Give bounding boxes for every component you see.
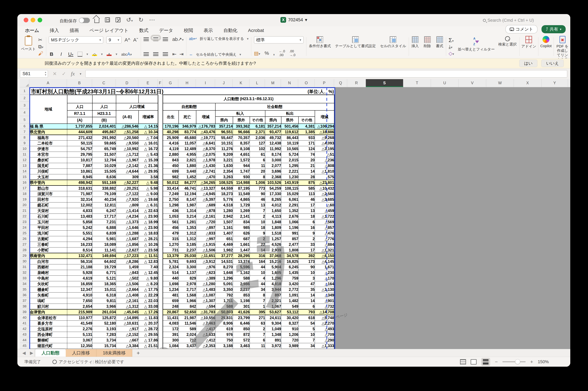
cell-r18-c10[interactable]: 90 xyxy=(250,191,265,197)
cell-r42-c6[interactable]: 589 xyxy=(179,326,196,332)
cell-r28-c12[interactable]: 1,808 xyxy=(281,247,298,253)
sort-filter-button[interactable]: AZ 並べ替えとフィルター xyxy=(458,36,495,51)
cell-r30-c5[interactable]: 5,781 xyxy=(163,259,179,264)
column-header-W[interactable]: W xyxy=(486,79,514,87)
cell-r37-c9[interactable]: 1,198 xyxy=(233,298,250,304)
cell-r12-c9[interactable]: 1,572 xyxy=(233,157,250,163)
cell-region-41[interactable]: 喜多方市 xyxy=(30,321,67,326)
cell-r18-c7[interactable]: △4,945 xyxy=(196,191,215,197)
align-left-button[interactable] xyxy=(144,52,149,53)
cell-r23-c11[interactable]: 1,848 xyxy=(265,219,281,225)
cell-r14-c3[interactable]: △4,644 xyxy=(116,169,139,174)
cell-r21-c13[interactable]: 13 xyxy=(298,208,315,214)
cell-r18-c12[interactable]: 15,029 xyxy=(281,191,298,197)
cell-r26-c1[interactable]: 4,294 xyxy=(67,236,92,242)
cell-r37-c5[interactable]: 659 xyxy=(163,298,179,304)
cell-region-24[interactable]: 平田村 xyxy=(30,225,67,231)
cell-r41-c2[interactable]: 52,180 xyxy=(92,321,116,326)
cell-r12-c4[interactable]: △ 15.39 xyxy=(139,157,158,163)
cell-r17-c5[interactable]: 33,414 xyxy=(163,186,179,191)
cell-r15-c7[interactable]: △470 xyxy=(196,174,215,180)
cell-r12-c6[interactable]: 2,821 xyxy=(179,157,196,163)
delete-cells-button[interactable]: 削除 xyxy=(424,36,431,48)
cell-r43-c1[interactable]: 5,131 xyxy=(67,332,92,338)
cell-r11-c9[interactable]: 4,651 xyxy=(233,152,250,157)
cell-r17-c7[interactable]: △13,327 xyxy=(196,186,215,191)
cell-r12-c3[interactable]: △1,967 xyxy=(116,157,139,163)
cell-r32-c7[interactable]: △623 xyxy=(196,270,215,276)
cell-r9-c14[interactable]: △4,093 xyxy=(315,141,334,146)
cell-r25-c12[interactable]: 991 xyxy=(281,231,298,236)
cell-r35-c11[interactable]: 3,944 xyxy=(265,287,281,293)
row-header-1[interactable]: 1 xyxy=(20,87,29,95)
column-header-O[interactable]: O xyxy=(298,79,314,87)
cell-r42-c3[interactable]: △917 xyxy=(116,326,139,332)
cell-r36-c2[interactable]: 6,318 xyxy=(92,293,116,298)
font-size-select[interactable]: 9▾ xyxy=(106,36,121,44)
cell-r42-c13[interactable]: 5 xyxy=(298,326,315,332)
cell-r35-c4[interactable]: △ 17.75 xyxy=(139,287,158,293)
cell-r22-c4[interactable]: △ 23.90 xyxy=(139,214,158,219)
cell-r44-c6[interactable]: 712 xyxy=(179,338,196,343)
cell-r32-c9[interactable]: 1,162 xyxy=(233,270,250,276)
cell-r35-c6[interactable]: 2,717 xyxy=(179,287,196,293)
cell-r28-c5[interactable]: 731 xyxy=(163,247,179,253)
insert-function-icon[interactable]: fx xyxy=(71,71,75,77)
cell-region-23[interactable]: 玉川村 xyxy=(30,219,67,225)
row-header-2[interactable]: 2 xyxy=(20,95,29,102)
sheet-grid[interactable]: 市町村別人口動態(平成23年3月1日~令和6年12月31日) (単位:人、%) … xyxy=(29,87,570,349)
cell-r38-c8[interactable]: 588 xyxy=(215,304,233,309)
cell-r27-c8[interactable]: 4,469 xyxy=(215,242,233,247)
cell-r38-c7[interactable]: △594 xyxy=(196,304,215,309)
cell-r39-c11[interactable]: 53,627 xyxy=(265,309,281,315)
cell-r20-c7[interactable]: △689 xyxy=(196,202,215,208)
cell-r23-c7[interactable]: △720 xyxy=(196,219,215,225)
cell-r39-c9[interactable]: 41,626 xyxy=(233,309,250,315)
cell-r43-c7[interactable]: △1,633 xyxy=(196,332,215,338)
cell-r39-c6[interactable]: 52,650 xyxy=(179,309,196,315)
cell-r25-c8[interactable]: 1,407 xyxy=(215,231,233,236)
cell-r17-c11[interactable]: 54,259 xyxy=(265,186,281,191)
cell-r33-c12[interactable]: 759 xyxy=(281,276,298,281)
cell-r11-c10[interactable]: 61 xyxy=(250,152,265,157)
notification-no-button[interactable]: いいえ xyxy=(541,60,564,67)
increase-font-button[interactable]: A^ xyxy=(124,37,130,43)
column-header-X[interactable]: X xyxy=(514,79,541,87)
save-icon[interactable] xyxy=(105,17,110,22)
cell-r33-c10[interactable]: 4 xyxy=(250,276,265,281)
cell-r43-c11[interactable]: 1,348 xyxy=(265,332,281,338)
cell-r40-c4[interactable]: △ 11.83 xyxy=(139,315,158,321)
row-header-17[interactable]: 17 xyxy=(20,185,29,191)
cell-r11-c8[interactable]: 9,209 xyxy=(215,152,233,157)
cell-r24-c12[interactable]: 1,196 xyxy=(281,225,298,231)
row-header-23[interactable]: 23 xyxy=(20,219,29,225)
cell-r10-c7[interactable]: △8,370 xyxy=(196,146,215,152)
cell-r8-c3[interactable]: △20,560 xyxy=(116,135,139,141)
cell-r22-c10[interactable]: 2 xyxy=(250,214,265,219)
cell-r40-c13[interactable]: 618 xyxy=(298,315,315,321)
copilot-button[interactable]: Copilot xyxy=(540,36,552,57)
row-header-5[interactable]: 5 xyxy=(20,116,29,123)
cell-r22-c12[interactable]: 2,676 xyxy=(281,214,298,219)
cell-region-6[interactable]: 福 島 県 xyxy=(30,124,67,129)
cell-r27-c9[interactable]: 1,661 xyxy=(233,242,250,247)
cell-r11-c11[interactable]: 8,174 xyxy=(265,152,281,157)
find-select-button[interactable]: 検索と選択 xyxy=(498,36,517,47)
cell-r39-c8[interactable]: 50,803 xyxy=(215,309,233,315)
increase-indent-button[interactable]: ⇥ xyxy=(180,51,184,57)
cell-r37-c1[interactable]: 7,650 xyxy=(67,298,92,304)
cell-r27-c5[interactable]: 1,270 xyxy=(163,242,179,247)
cell-r44-c1[interactable]: 3,067 xyxy=(67,338,92,343)
accessibility-status[interactable]: アクセシビリティ: 検討が必要です xyxy=(59,359,124,365)
cell-r10-c2[interactable]: 65,749 xyxy=(92,146,116,152)
comma-format-button[interactable]: , xyxy=(273,50,275,56)
cell-r9-c8[interactable]: 10,151 xyxy=(215,141,233,146)
cell-region-27[interactable]: 三春町 xyxy=(30,242,67,247)
cell-r19-c13[interactable]: 46 xyxy=(298,197,315,202)
cell-r8-c5[interactable]: 25,909 xyxy=(163,135,179,141)
cell-r37-c10[interactable]: 7 xyxy=(250,298,265,304)
cell-r20-c8[interactable]: 4,518 xyxy=(215,202,233,208)
cell-r19-c8[interactable]: 5,776 xyxy=(215,197,233,202)
row-header-32[interactable]: 32 xyxy=(20,270,29,275)
cell-r41-c10[interactable]: 63 xyxy=(250,321,265,326)
